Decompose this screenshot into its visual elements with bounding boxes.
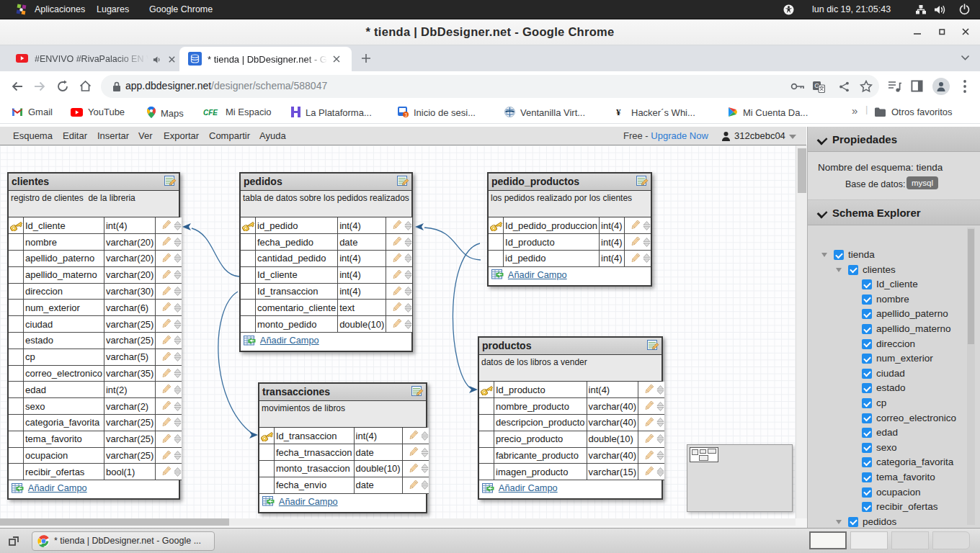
svg-text:¥: ¥ [616, 107, 621, 117]
svg-text:CFE: CFE [203, 109, 218, 117]
svg-text:3: 3 [404, 112, 407, 117]
